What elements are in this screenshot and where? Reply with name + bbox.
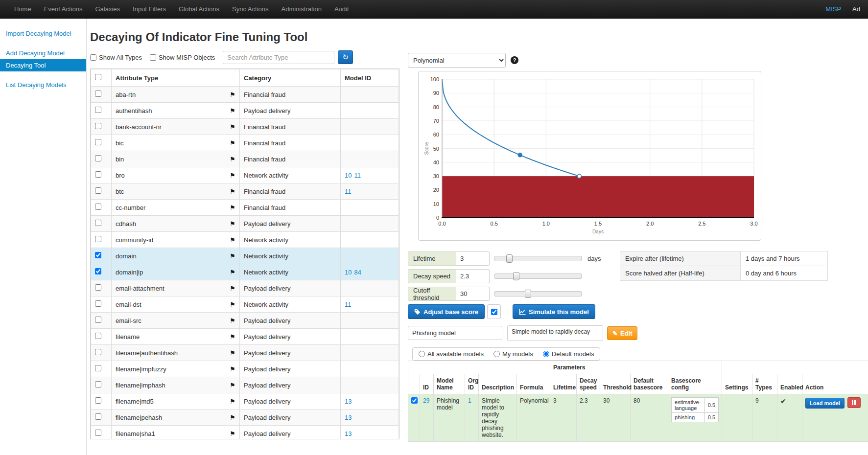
sidebar-item-import-decaying-model[interactable]: Import Decaying Model (0, 27, 86, 40)
model-id-link[interactable]: 10 (345, 172, 352, 179)
sidebar-item-add-decaying-model[interactable]: Add Decaying Model (0, 47, 86, 59)
nav-item-global-actions[interactable]: Global Actions (172, 5, 226, 13)
flag-icon[interactable]: ⚑ (230, 156, 235, 163)
row-checkbox[interactable] (95, 381, 101, 387)
flag-icon[interactable]: ⚑ (230, 317, 235, 324)
flag-icon[interactable]: ⚑ (230, 252, 235, 260)
nav-item-input-filters[interactable]: Input Filters (126, 5, 172, 13)
row-checkbox[interactable] (95, 430, 101, 436)
show-misp-objects-checkbox[interactable] (150, 54, 156, 61)
row-checkbox[interactable] (95, 91, 101, 97)
flag-icon[interactable]: ⚑ (230, 236, 235, 244)
select-all-checkbox[interactable] (95, 74, 101, 80)
cutoff-threshold-input[interactable] (456, 287, 490, 301)
search-attribute-type-input[interactable] (223, 51, 334, 64)
flag-icon[interactable]: ⚑ (230, 365, 235, 373)
adjust-base-score-button[interactable]: Adjust base score (408, 304, 485, 319)
lifetime-input[interactable] (456, 251, 490, 266)
flag-icon[interactable]: ⚑ (230, 172, 235, 179)
row-checkbox[interactable] (95, 365, 101, 371)
simulate-model-button[interactable]: Simulate this model (513, 304, 595, 319)
row-checkbox[interactable] (95, 349, 101, 355)
model-id-link[interactable]: 13 (345, 398, 352, 405)
radio-all-available-models[interactable]: All available models (419, 350, 484, 358)
flag-icon[interactable]: ⚑ (230, 139, 235, 147)
row-checkbox[interactable] (95, 220, 101, 226)
row-checkbox[interactable] (95, 171, 101, 178)
sidebar-item-decaying-tool[interactable]: Decaying Tool (0, 59, 86, 71)
lifetime-slider[interactable] (494, 254, 582, 263)
row-checkbox[interactable] (95, 139, 101, 145)
flag-icon[interactable]: ⚑ (230, 430, 235, 437)
row-checkbox[interactable] (95, 397, 101, 404)
flag-icon[interactable]: ⚑ (230, 349, 235, 357)
flag-icon[interactable]: ⚑ (230, 220, 235, 228)
refresh-button[interactable]: ↻ (338, 50, 353, 64)
row-checkbox[interactable] (95, 284, 101, 291)
adjust-base-score-checkbox[interactable] (491, 309, 497, 315)
row-checkbox[interactable] (95, 317, 101, 323)
misp-brand[interactable]: MISP (819, 5, 847, 13)
radio-default-models[interactable]: Default models (543, 350, 594, 358)
flag-icon[interactable]: ⚑ (230, 285, 235, 292)
row-checkbox[interactable] (95, 187, 101, 194)
model-description-textarea[interactable]: Simple model to rapidly decay (507, 325, 603, 341)
model-id-link[interactable]: 11 (345, 188, 352, 195)
formula-select[interactable]: Polynomial (408, 53, 506, 68)
nav-item-event-actions[interactable]: Event Actions (38, 5, 89, 13)
nav-right-text[interactable]: Ad (847, 5, 860, 13)
flag-icon[interactable]: ⚑ (230, 107, 235, 114)
flag-icon[interactable]: ⚑ (230, 204, 235, 211)
show-all-types-checkbox[interactable] (90, 54, 96, 61)
model-id-link[interactable]: 11 (354, 172, 361, 179)
flag-icon[interactable]: ⚑ (230, 123, 235, 131)
radio-input-all-available-models[interactable] (419, 351, 425, 357)
sidebar-item-list-decaying-models[interactable]: List Decaying Models (0, 79, 86, 91)
flag-icon[interactable]: ⚑ (230, 188, 235, 195)
model-row-checkbox[interactable] (411, 397, 418, 404)
model-id-link[interactable]: 10 (345, 269, 352, 276)
row-checkbox[interactable] (95, 333, 101, 339)
model-id-link[interactable]: 13 (345, 414, 352, 421)
decay-speed-input[interactable] (456, 269, 490, 283)
radio-input-default-models[interactable] (543, 351, 549, 357)
show-misp-objects-option[interactable]: Show MISP Objects (150, 54, 215, 61)
flag-icon[interactable]: ⚑ (230, 398, 235, 405)
cutoff-threshold-slider[interactable] (494, 290, 582, 298)
nav-item-administration[interactable]: Administration (275, 5, 328, 13)
row-checkbox[interactable] (95, 252, 101, 258)
adjust-base-score-toggle[interactable] (487, 304, 501, 319)
help-icon[interactable]: ? (511, 56, 518, 64)
row-checkbox[interactable] (95, 123, 101, 129)
load-model-button[interactable]: Load model (805, 398, 845, 409)
model-id-link[interactable]: 13 (345, 430, 352, 437)
model-id-link[interactable]: 11 (345, 301, 352, 308)
flag-icon[interactable]: ⚑ (230, 301, 235, 308)
row-checkbox[interactable] (95, 204, 101, 210)
decay-speed-slider[interactable] (494, 272, 582, 280)
row-checkbox[interactable] (95, 300, 101, 307)
nav-item-sync-actions[interactable]: Sync Actions (226, 5, 275, 13)
pause-model-button[interactable] (847, 397, 861, 408)
attribute-table-scroll[interactable]: Attribute Type Category Model ID ⚑aba-rt… (90, 68, 399, 439)
row-checkbox[interactable] (95, 155, 101, 161)
row-checkbox[interactable] (95, 236, 101, 242)
flag-icon[interactable]: ⚑ (230, 91, 235, 98)
row-checkbox[interactable] (95, 107, 101, 113)
radio-input-my-models[interactable] (493, 351, 500, 357)
model-name-input[interactable] (408, 326, 502, 340)
model-id-link[interactable]: 29 (423, 397, 429, 404)
row-checkbox[interactable] (95, 268, 101, 274)
edit-model-button[interactable]: ✎ Edit (607, 326, 637, 340)
flag-icon[interactable]: ⚑ (230, 269, 235, 276)
radio-my-models[interactable]: My models (493, 350, 533, 358)
show-all-types-option[interactable]: Show All Types (90, 54, 142, 61)
row-checkbox[interactable] (95, 413, 101, 420)
flag-icon[interactable]: ⚑ (230, 333, 235, 341)
nav-item-galaxies[interactable]: Galaxies (89, 5, 126, 13)
org-id-link[interactable]: 1 (468, 397, 471, 404)
flag-icon[interactable]: ⚑ (230, 382, 235, 389)
nav-item-audit[interactable]: Audit (328, 5, 355, 13)
nav-item-home[interactable]: Home (8, 5, 38, 13)
model-id-link[interactable]: 84 (354, 269, 361, 276)
